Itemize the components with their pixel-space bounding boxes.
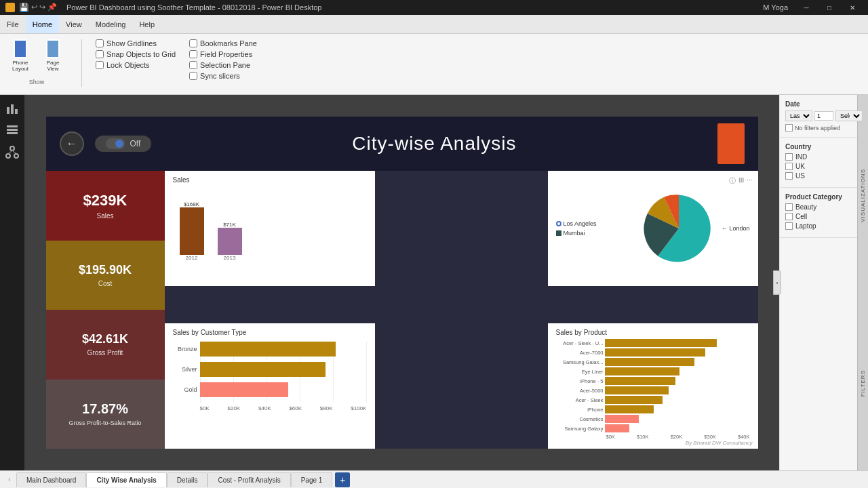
menu-view[interactable]: View [59, 15, 89, 33]
product-laptop-check[interactable] [785, 222, 793, 230]
data-view-icon[interactable] [4, 122, 20, 138]
dashboard: ← Off City-wise Analysis $239K Sales $19… [46, 117, 758, 449]
product-row-8: Cosmetics [556, 415, 750, 423]
product-bars-area: Acer - Sleek - U... Acer-7000 Samsung Ga… [556, 339, 750, 432]
country-uk-label: UK [795, 163, 805, 170]
kpi-sales-value: $239K [83, 192, 127, 209]
mumbai-indicator [556, 230, 561, 236]
phone-layout-icon [14, 39, 27, 58]
product-laptop-row: Laptop [785, 222, 852, 230]
model-view-icon[interactable] [4, 144, 20, 160]
sales-chart[interactable]: Sales $168K 2012 $71K 2013 [165, 171, 375, 286]
snap-objects-checkbox[interactable]: Snap Objects to Grid [96, 50, 176, 58]
product-row-6: Acer - Sleek [556, 396, 750, 404]
product-row-4: iPhone - 5 [556, 377, 750, 385]
tab-details[interactable]: Details [167, 472, 208, 487]
toggle-switch[interactable]: Off [95, 136, 152, 152]
app-icon [5, 3, 15, 12]
date-period-select[interactable]: Select [835, 110, 863, 121]
tab-main-dashboard[interactable]: Main Dashboard [16, 472, 86, 487]
report-view-icon[interactable] [4, 100, 20, 117]
dashboard-title: City-wise Analysis [151, 133, 717, 155]
bookmarks-pane-checkbox[interactable]: Bookmarks Pane [189, 39, 257, 47]
field-properties-checkbox[interactable]: Field Properties [189, 50, 257, 58]
visualizations-tab[interactable]: VISUALIZATIONS [860, 163, 866, 228]
kpi-ratio-value: 17.87% [82, 401, 128, 417]
country-uk-check[interactable] [785, 163, 793, 170]
country-uk-row: UK [785, 163, 852, 170]
scroll-left-icon[interactable]: ‹ [3, 476, 16, 483]
title-bar-icons: 💾 ↩ ↪ 📌 [19, 3, 57, 12]
menu-home[interactable]: Home [26, 15, 59, 33]
pie-labels: Los Angeles Mumbai [553, 220, 636, 237]
pin-icon[interactable]: 📌 [47, 3, 57, 12]
focus-icon[interactable]: ⊞ [738, 176, 744, 186]
date-last-select[interactable]: Last [785, 110, 812, 121]
country-us-check[interactable] [785, 172, 793, 180]
bar-2013: $71K 2013 [218, 222, 242, 261]
window-title: Power BI Dashboard using Soother Templat… [66, 3, 321, 12]
tab-city-wise[interactable]: City Wise Analysis [86, 472, 166, 487]
title-bar-left: 💾 ↩ ↪ 📌 Power BI Dashboard using Soother… [5, 3, 321, 12]
kpi-gross-profit-value: $42.61K [82, 332, 128, 346]
add-tab-button[interactable]: + [335, 472, 350, 487]
product-cell-check[interactable] [785, 213, 793, 220]
ribbon-checkboxes-right: Bookmarks Pane Field Properties Selectio… [189, 37, 257, 83]
phone-layout-button[interactable]: Phone Layout [5, 37, 35, 75]
bronze-label: Bronze [173, 346, 197, 352]
info-icon[interactable]: ⓘ [729, 176, 736, 186]
kpi-sales[interactable]: $239K Sales [46, 171, 165, 241]
close-button[interactable]: ✕ [842, 0, 863, 15]
ribbon-layout-group: Phone Layout PageView Show [5, 37, 68, 85]
product-beauty-check[interactable] [785, 203, 793, 211]
customer-bar-gold: Gold [173, 382, 367, 397]
kpi-cost-label: Cost [98, 280, 113, 287]
maximize-button[interactable]: □ [819, 0, 840, 15]
menu-help[interactable]: Help [132, 15, 161, 33]
filters-tab[interactable]: FILTERS [860, 365, 866, 402]
customer-chart[interactable]: Sales by Customer Type Bronze [165, 323, 375, 449]
pie-chart[interactable]: ⓘ ⊞ ··· Los Angeles Mumbai [548, 171, 758, 286]
selection-pane-checkbox[interactable]: Selection Pane [189, 61, 257, 69]
menu-file[interactable]: File [0, 15, 26, 33]
no-filters-row: No filters applied [785, 124, 852, 131]
date-section-title: Date [785, 100, 852, 108]
menu-modeling[interactable]: Modeling [89, 15, 133, 33]
country-ind-row: IND [785, 153, 852, 161]
tab-cost-profit[interactable]: Cost - Profit Analysis [208, 472, 290, 487]
back-button[interactable]: ← [60, 131, 84, 156]
redo-icon[interactable]: ↪ [39, 3, 45, 12]
kpi-gross-profit[interactable]: $42.61K Gross Profit [46, 310, 165, 380]
svg-rect-0 [7, 107, 9, 114]
undo-icon[interactable]: ↩ [31, 3, 37, 12]
pie-label-mumbai: Mumbai [556, 230, 636, 237]
product-category-title: Product Category [785, 193, 852, 201]
kpi-ratio[interactable]: 17.87% Gross Profit-to-Sales Ratio [46, 380, 165, 449]
pie-chart-content: Los Angeles Mumbai [553, 176, 753, 281]
viz-filters-sidebar: VISUALIZATIONS FILTERS [857, 95, 868, 470]
date-value-input[interactable] [814, 111, 833, 121]
kpi-column: $239K Sales $195.90K Cost $42.61K Gross … [46, 171, 165, 449]
date-filter-row: Last Select [785, 110, 852, 121]
lock-objects-checkbox[interactable]: Lock Objects [96, 61, 176, 69]
country-us-label: US [795, 172, 805, 180]
country-ind-check[interactable] [785, 153, 793, 161]
kpi-cost[interactable]: $195.90K Cost [46, 241, 165, 310]
product-chart[interactable]: Sales by Product Acer - Sleek - U... Ace… [548, 323, 758, 449]
left-sidebar [0, 95, 24, 470]
kpi-gross-profit-label: Gross Profit [87, 349, 123, 357]
toggle-label: Off [130, 139, 141, 148]
toggle-knob [106, 138, 125, 149]
more-icon[interactable]: ··· [747, 176, 752, 186]
svg-line-9 [8, 150, 12, 154]
page-view-button[interactable]: PageView [38, 37, 68, 75]
minimize-button[interactable]: ─ [796, 0, 816, 15]
product-row-3: Eye Liner [556, 367, 750, 375]
save-icon[interactable]: 💾 [19, 3, 29, 12]
panel-collapse-button[interactable]: › [773, 270, 781, 295]
sync-slicers-checkbox[interactable]: Sync slicers [189, 72, 257, 80]
tab-page1[interactable]: Page 1 [291, 472, 333, 487]
no-filters-label: No filters applied [795, 125, 840, 131]
product-category-section: Product Category Beauty Cell Laptop [780, 188, 857, 238]
show-gridlines-checkbox[interactable]: Show Gridlines [96, 39, 176, 47]
